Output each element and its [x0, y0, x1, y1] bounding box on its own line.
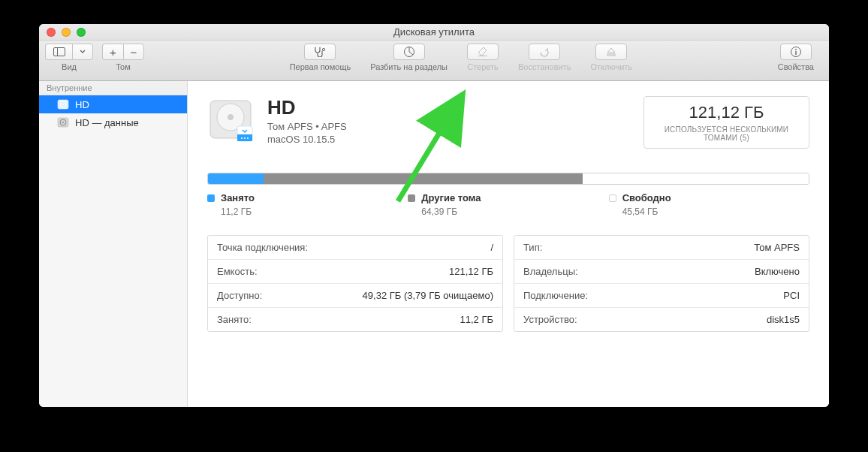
sidebar-section-header: Внутренние: [39, 81, 187, 95]
detail-row: Владельцы:Включено: [514, 260, 809, 284]
details-table-right: Тип:Том APFSВладельцы:ВключеноПодключени…: [514, 235, 809, 332]
detail-value: 49,32 ГБ (3,79 ГБ очищаемо): [363, 290, 493, 301]
detail-value: 11,2 ГБ: [460, 314, 493, 325]
usage-legend: Занято 11,2 ГБ Другие тома 64,39 ГБ Своб…: [207, 192, 809, 217]
legend-free-value: 45,54 ГБ: [622, 206, 809, 217]
capacity-value: 121,12 ГБ: [649, 103, 804, 122]
window-title: Дисковая утилита: [39, 26, 829, 38]
detail-key: Владельцы:: [523, 266, 578, 277]
sidebar-item-hd-data[interactable]: HD — данные: [39, 113, 187, 131]
toolbar-center: Первая помощь Разбить на разделы Стереть…: [153, 44, 778, 71]
eraser-icon: [477, 47, 489, 57]
info-label: Свойства: [778, 62, 814, 71]
remove-volume-button[interactable]: −: [123, 44, 144, 60]
usage-segment-other: [264, 173, 583, 184]
detail-key: Емкость:: [217, 266, 258, 277]
detail-key: Подключение:: [523, 290, 588, 301]
detail-row: Емкость:121,12 ГБ: [208, 260, 502, 284]
svg-rect-8: [795, 51, 796, 55]
detail-key: Занято:: [217, 314, 252, 325]
view-mode-button[interactable]: [45, 44, 72, 60]
add-volume-button[interactable]: +: [102, 44, 123, 60]
detail-value: Том APFS: [754, 242, 800, 253]
svg-point-11: [62, 104, 64, 105]
detail-value: /: [490, 242, 493, 253]
main-panel: HD Том APFS • APFS macOS 10.15.5 121,12 …: [188, 81, 829, 407]
swatch-free: [609, 194, 616, 202]
detail-key: Доступно:: [217, 290, 262, 301]
restore-label: Восстановить: [518, 62, 571, 71]
detail-value: PCI: [783, 290, 800, 301]
view-label: Вид: [62, 62, 77, 71]
sidebar: Внутренние HD HD — данные: [39, 81, 188, 407]
usage-segment-used: [208, 173, 264, 184]
detail-row: Доступно:49,32 ГБ (3,79 ГБ очищаемо): [208, 284, 502, 308]
detail-row: Занято:11,2 ГБ: [208, 308, 502, 331]
view-dropdown-button[interactable]: [72, 44, 93, 60]
swatch-used: [207, 194, 215, 202]
details-table-left: Точка подключения:/Емкость:121,12 ГБДост…: [207, 235, 503, 332]
legend-free-label: Свободно: [622, 192, 671, 203]
legend-used-value: 11,2 ГБ: [221, 206, 408, 217]
restore-icon: [538, 47, 550, 57]
sidebar-item-label: HD — данные: [75, 117, 139, 128]
titlebar: Дисковая утилита: [39, 24, 829, 41]
pie-icon: [403, 46, 415, 58]
first-aid-button[interactable]: [304, 44, 336, 60]
disk-utility-window: Дисковая утилита Вид + −: [39, 24, 829, 407]
usage-segment-free: [583, 173, 809, 184]
capacity-subtext: ИСПОЛЬЗУЕТСЯ НЕСКОЛЬКИМИ ТОМАМИ (5): [649, 125, 804, 142]
detail-key: Устройство:: [523, 314, 577, 325]
detail-row: Тип:Том APFS: [514, 236, 809, 260]
info-icon: [790, 46, 802, 58]
svg-rect-0: [53, 48, 65, 56]
unmount-label: Отключить: [590, 62, 632, 71]
sidebar-item-hd[interactable]: HD: [39, 95, 187, 113]
sidebar-layout-icon: [53, 47, 65, 56]
view-toolgroup: Вид: [45, 44, 93, 71]
legend-other-value: 64,39 ГБ: [421, 206, 608, 217]
volume-name: HD: [267, 96, 643, 119]
unmount-button[interactable]: [595, 44, 627, 60]
restore-button[interactable]: [529, 44, 560, 60]
volume-subtitle: Том APFS • APFS: [267, 121, 643, 132]
partition-label: Разбить на разделы: [370, 62, 448, 71]
svg-point-22: [247, 137, 249, 139]
usage-bar: [207, 173, 809, 185]
volume-os: macOS 10.15.5: [267, 134, 643, 145]
svg-point-2: [323, 48, 325, 50]
chevron-down-icon: [80, 50, 86, 54]
volume-label: Том: [116, 62, 131, 71]
svg-point-17: [228, 114, 234, 120]
capacity-box: 121,12 ГБ ИСПОЛЬЗУЕТСЯ НЕСКОЛЬКИМИ ТОМАМ…: [643, 96, 809, 149]
swatch-other: [408, 194, 415, 202]
detail-row: Точка подключения:/: [208, 236, 502, 260]
eject-icon: [606, 47, 616, 57]
detail-row: Устройство:disk1s5: [514, 308, 809, 331]
volume-icon: [207, 96, 254, 143]
erase-label: Стереть: [467, 62, 499, 71]
legend-used-label: Занято: [221, 192, 255, 203]
legend-other-label: Другие тома: [421, 192, 481, 203]
svg-point-20: [241, 137, 243, 139]
partition-button[interactable]: [393, 44, 425, 60]
first-aid-label: Первая помощь: [290, 62, 351, 71]
stethoscope-icon: [313, 47, 327, 57]
info-button[interactable]: [780, 44, 812, 60]
svg-point-7: [795, 49, 797, 50]
volume-toolgroup: + − Том: [102, 44, 144, 71]
svg-point-21: [244, 137, 246, 139]
detail-key: Тип:: [523, 242, 542, 253]
detail-key: Точка подключения:: [217, 242, 308, 253]
sidebar-item-label: HD: [75, 99, 89, 110]
detail-value: 121,12 ГБ: [449, 266, 493, 277]
detail-value: Включено: [755, 266, 800, 277]
toolbar: Вид + − Том Первая помощь: [39, 41, 829, 81]
detail-value: disk1s5: [767, 314, 800, 325]
disk-icon: [57, 98, 69, 110]
erase-button[interactable]: [467, 44, 499, 60]
svg-rect-5: [607, 54, 615, 56]
svg-point-14: [62, 122, 64, 123]
detail-row: Подключение:PCI: [514, 284, 809, 308]
disk-icon: [57, 116, 69, 128]
